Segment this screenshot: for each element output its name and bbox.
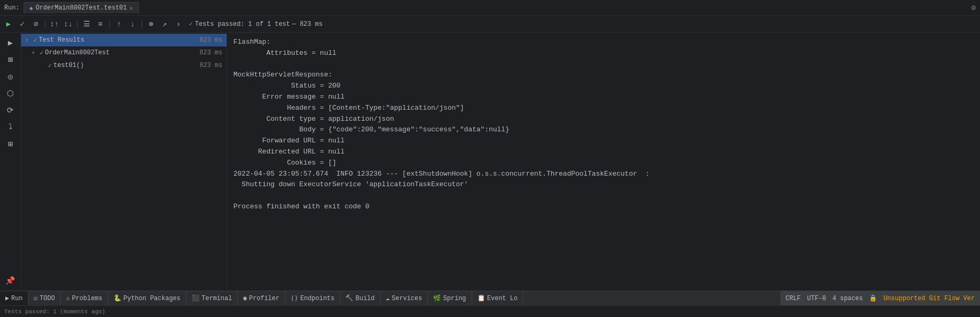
git-flow-warning: Unsupported Git Flow Ver (883, 295, 975, 302)
status-text: Tests passed: 1 of 1 test (195, 21, 290, 28)
build-tab-icon: 🔨 (345, 294, 353, 302)
problems-tab-label: Problems (72, 295, 102, 302)
encoding-status: UTF-8 (807, 295, 826, 302)
status-time: — 823 ms (292, 21, 323, 28)
crlf-status: CRLF (786, 295, 801, 302)
right-gutter (975, 33, 980, 291)
export-button[interactable]: ↗ (158, 18, 171, 31)
check-icon-class: ✓ (40, 49, 43, 57)
settings-icon[interactable]: ⚙ (972, 3, 976, 12)
up-button[interactable]: ↑ (112, 18, 125, 31)
toolbar-separator-1 (45, 20, 45, 29)
todo-tab-icon: ☑ (34, 294, 37, 302)
bottom-tab-endpoints[interactable]: ⟨⟩ Endpoints (285, 291, 340, 305)
search-button[interactable]: ⊕ (145, 18, 157, 31)
lock-icon: 🔒 (869, 294, 877, 302)
tree-label-root: Test Results (39, 36, 198, 44)
run-tab-label: Run (11, 295, 23, 302)
sidebar-play-icon[interactable]: ▶ (3, 35, 18, 51)
spring-tab-label: Spring (443, 295, 466, 302)
bottom-tab-python-packages[interactable]: 🐍 Python Packages (108, 291, 186, 305)
main-content: ▶ ⊠ ◎ ⬡ ⟳ ⤵ ⊞ 📌 ▾ ✓ Test Results 823 ms … (0, 33, 980, 291)
tree-item-class[interactable]: ▾ ✓ OrderMain8002Test 823 ms (21, 46, 227, 59)
duration-class: 823 ms (200, 49, 222, 56)
tree-item-root[interactable]: ▾ ✓ Test Results 823 ms (21, 34, 227, 46)
bottom-tab-run[interactable]: ▶ Run (0, 291, 29, 305)
toolbar-separator-2 (77, 20, 78, 29)
spaces-status: 4 spaces (833, 295, 863, 302)
check-icon-method: ✓ (48, 62, 52, 70)
endpoints-tab-label: Endpoints (300, 295, 335, 302)
play-button[interactable]: ▶ (2, 18, 15, 31)
left-sidebar: ▶ ⊠ ◎ ⬡ ⟳ ⤵ ⊞ 📌 (0, 33, 21, 291)
test-tree: ▾ ✓ Test Results 823 ms ▾ ✓ OrderMain800… (21, 33, 227, 291)
tree-label-method: test01() (53, 62, 198, 69)
down-button[interactable]: ↓ (126, 18, 139, 31)
duration-root: 823 ms (200, 36, 222, 44)
sidebar-sync-icon[interactable]: ⟳ (3, 102, 18, 118)
terminal-tab-icon: ⬛ (192, 294, 200, 302)
top-bar: Run: ◆ OrderMain8002Test.test01 ✕ ⚙ (0, 0, 980, 16)
run-tab-icon: ▶ (5, 294, 9, 302)
main-tab[interactable]: ◆ OrderMain8002Test.test01 ✕ (24, 2, 139, 13)
spring-tab-icon: 🌿 (433, 294, 441, 302)
test-panel: ▾ ✓ Test Results 823 ms ▾ ✓ OrderMain800… (21, 33, 227, 291)
bottom-tab-spring[interactable]: 🌿 Spring (428, 291, 472, 305)
sidebar-circle-icon[interactable]: ◎ (3, 69, 18, 84)
event-log-tab-icon: 📋 (477, 294, 485, 302)
profiler-tab-label: Profiler (249, 295, 280, 302)
filter-button[interactable]: ☰ (80, 18, 93, 31)
sidebar-grid-icon[interactable]: ⊞ (3, 136, 18, 152)
more-button[interactable]: › (172, 18, 185, 31)
tree-item-method[interactable]: ✓ test01() 823 ms (21, 59, 227, 72)
output-content: FlashMap: Attributes = null MockHttpServ… (233, 37, 968, 213)
sidebar-bookmark-icon[interactable]: ⊠ (3, 52, 18, 68)
toolbar-separator-4 (142, 20, 142, 29)
list-button[interactable]: ≡ (94, 18, 107, 31)
toolbar-separator-3 (109, 20, 110, 29)
bottom-tab-todo[interactable]: ☑ TODO (29, 291, 61, 305)
check-icon-root: ✓ (33, 36, 37, 44)
bottom-tab-event-log[interactable]: 📋 Event Lo (472, 291, 524, 305)
expand-icon-class: ▾ (32, 50, 38, 56)
endpoints-tab-icon: ⟨⟩ (290, 294, 298, 302)
tab-file-icon: ◆ (30, 5, 33, 12)
bottom-tab-profiler[interactable]: ◉ Profiler (238, 291, 285, 305)
python-packages-tab-label: Python Packages (124, 295, 181, 302)
build-tab-label: Build (355, 295, 374, 302)
status-footer: Tests passed: 1 (moments ago) (0, 305, 980, 317)
tab-name: OrderMain8002Test.test01 (35, 4, 127, 12)
toolbar: ▶ ✓ ⊘ ↕↑ ↕↓ ☰ ≡ ↑ ↓ ⊕ ↗ › ✓ Tests passed… (0, 16, 980, 33)
bottom-tab-terminal[interactable]: ⬛ Terminal (186, 291, 238, 305)
todo-tab-label: TODO (40, 295, 55, 302)
problems-tab-icon: ⚠ (66, 294, 70, 302)
bottom-tab-services[interactable]: ☁ Services (381, 291, 428, 305)
services-tab-icon: ☁ (386, 294, 390, 302)
sidebar-import-icon[interactable]: ⤵ (3, 119, 18, 135)
profiler-tab-icon: ◉ (243, 294, 247, 302)
bottom-tab-problems[interactable]: ⚠ Problems (61, 291, 108, 305)
services-tab-label: Services (392, 295, 422, 302)
footer-status-text: Tests passed: 1 (moments ago) (4, 309, 105, 315)
expand-icon-root: ▾ (25, 37, 32, 43)
stop-button[interactable]: ⊘ (30, 18, 42, 31)
python-packages-tab-icon: 🐍 (114, 294, 121, 302)
sidebar-camera-icon[interactable]: ⬡ (3, 85, 18, 101)
run-label: Run: (4, 4, 20, 12)
bottom-tab-build[interactable]: 🔨 Build (340, 291, 380, 305)
bottom-bar: ▶ Run ☑ TODO ⚠ Problems 🐍 Python Package… (0, 291, 980, 305)
event-log-tab-label: Event Lo (487, 295, 518, 302)
output-area[interactable]: FlashMap: Attributes = null MockHttpServ… (227, 33, 975, 291)
sort-asc-button[interactable]: ↕↑ (48, 18, 61, 31)
sidebar-pin-icon[interactable]: 📌 (3, 273, 18, 289)
sort-desc-button[interactable]: ↕↓ (62, 18, 74, 31)
check-button[interactable]: ✓ (16, 18, 29, 31)
duration-method: 823 ms (200, 62, 222, 69)
test-status: ✓ Tests passed: 1 of 1 test — 823 ms (189, 20, 323, 28)
status-check-icon: ✓ (189, 20, 193, 28)
status-bar-right: CRLF UTF-8 4 spaces 🔒 Unsupported Git Fl… (780, 291, 980, 305)
terminal-tab-label: Terminal (202, 295, 232, 302)
tree-label-class: OrderMain8002Test (45, 49, 198, 56)
tab-close-button[interactable]: ✕ (129, 5, 133, 12)
